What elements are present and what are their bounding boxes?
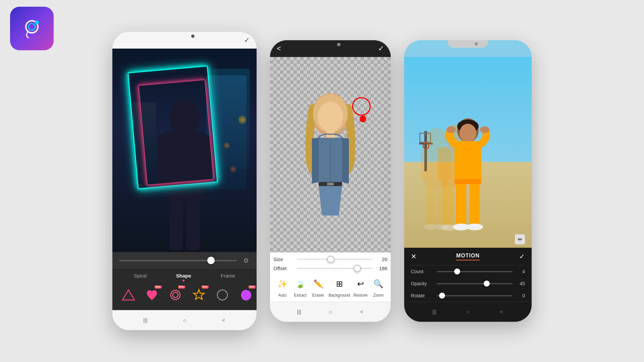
phone3-rotate-value: 0 [517,293,525,298]
svg-point-43 [446,126,456,133]
phone3-count-track[interactable] [437,271,513,272]
pro-badge-heart: Pro [155,286,162,289]
phone1-nav-back[interactable]: < [219,316,228,325]
phone2-nav-home[interactable]: ○ [326,307,335,317]
svg-rect-7 [169,197,183,250]
phone2-size-thumb[interactable] [327,256,334,263]
tool-eraser[interactable]: ✏️ Eraser [311,276,326,298]
phone2-back-button[interactable]: < [277,44,281,53]
svg-point-41 [460,124,476,142]
phone2-nav-back[interactable]: < [357,307,366,317]
phone1-nav-home[interactable]: ○ [180,316,189,325]
phone1-slider-thumb[interactable] [207,257,215,264]
phone3-count-thumb[interactable] [454,268,460,275]
tool-eraser-label: Eraser [312,293,324,298]
shape-star[interactable]: Pro [190,286,208,304]
phone2-check-button[interactable]: ✓ [378,44,384,53]
phone2-bottom-nav: ||| ○ < [270,302,391,322]
phone3-opacity-track[interactable] [437,283,513,284]
phone3-rotate-label: Rotate [411,293,433,298]
phone1-slider-icon: ⊙ [242,256,250,264]
phone3-opacity-label: Opacity [411,281,433,286]
svg-point-11 [173,292,178,298]
phone1-top-bar: ✓ [112,32,257,49]
phone1-bottom-nav: ||| ○ < [112,310,257,330]
phone-1: ✓ [112,32,257,330]
phone3-count-value: 4 [517,269,525,274]
svg-rect-8 [186,197,200,250]
shape-blob[interactable]: Pro [236,286,255,304]
phone2-offset-value: 186 [376,265,387,271]
phone2-offset-track[interactable] [297,268,372,269]
background-icon: ⊞ [332,276,347,291]
tool-auto-label: Auto [278,293,286,298]
phone1-slider-track[interactable] [119,260,237,261]
phone2-size-label: Size [273,256,293,262]
phone3-nav-menu[interactable]: ||| [430,307,439,317]
phone2-checker-canvas [270,57,391,252]
phone-2: < ✓ [270,40,391,322]
main-scene: ✓ [0,0,644,362]
svg-point-10 [171,290,180,300]
phone1-nav-menu[interactable]: ||| [141,316,150,325]
phone3-close-button[interactable]: ✕ [411,252,417,260]
svg-rect-42 [454,141,481,181]
svg-point-49 [466,224,483,230]
shape-ring[interactable] [213,286,231,304]
phone3-eraser-pencil-icon[interactable]: ✏ [515,234,525,244]
phone3-count-label: Count [411,269,433,274]
phone2-tool-bar: Size 20 Offset 186 ✨ Auto [270,252,391,302]
shape-triangle[interactable] [119,286,138,304]
tool-auto[interactable]: ✨ Auto [275,276,290,298]
phone2-offset-row: Offset 186 [273,265,387,271]
tool-extract-label: Extract [294,293,307,298]
tool-extract[interactable]: 🍃 Extract [293,276,308,298]
phone3-motion-canvas: ✏ [404,57,532,248]
phone3-opacity-row: Opacity 45 [411,278,525,290]
neon-inner-rect [138,79,214,185]
tab-shape[interactable]: Shape [176,273,191,282]
phone2-tool-icons: ✨ Auto 🍃 Extract ✏️ Eraser ⊞ Background [273,275,387,298]
tool-zoom[interactable]: 🔍 Zoom [371,276,386,298]
svg-rect-46 [470,180,480,227]
phone2-offset-thumb[interactable] [354,265,361,272]
phone1-check-button[interactable]: ✓ [244,36,250,45]
phone3-nav-home[interactable]: ○ [463,307,473,317]
shape-circle-double[interactable]: Pro [166,286,184,304]
phone2-size-track[interactable] [297,259,372,260]
restore-icon: ↩ [353,276,368,291]
phone2-nav-menu[interactable]: ||| [294,307,304,317]
phone3-bottom-nav: ||| ○ < [404,302,532,322]
phone2-screen: Size 20 Offset 186 ✨ Auto [270,57,391,302]
phone2-notch-dot [337,43,340,46]
phone3-motion-title: MOTION [456,253,480,260]
phone3-nav-back[interactable]: < [497,307,506,317]
svg-rect-22 [327,183,334,185]
svg-marker-12 [194,290,204,299]
pro-badge-circle: Pro [178,286,185,289]
svg-rect-47 [454,179,481,184]
svg-rect-45 [456,180,466,227]
svg-marker-9 [122,290,135,300]
shape-heart[interactable]: Pro [143,286,161,304]
phone3-notch [448,40,488,48]
phone1-slider-bar: ⊙ [112,252,257,269]
eraser-icon: ✏️ [311,276,326,291]
phone3-top-bar [404,40,532,57]
tab-spiral[interactable]: Spiral [134,273,147,282]
phone3-opacity-thumb[interactable] [484,281,490,287]
phone3-rotate-track[interactable] [437,295,513,296]
auto-icon: ✨ [275,276,290,291]
svg-point-16 [318,102,343,132]
svg-point-13 [217,290,227,300]
phone3-motion-controls: ✕ MOTION ✓ Count 4 Opacity [404,248,532,302]
phone3-rotate-thumb[interactable] [439,293,445,299]
tab-frame[interactable]: Frame [221,273,235,282]
phone3-opacity-value: 45 [517,281,525,286]
phone1-notch [164,32,205,41]
tool-background[interactable]: ⊞ Background [329,276,350,298]
phone1-screen: ⊙ Spiral Shape Frame [112,49,257,310]
tool-restore[interactable]: ↩ Restore [353,276,368,298]
phone3-check-button[interactable]: ✓ [519,252,525,260]
phone3-notch-dot [475,42,478,46]
